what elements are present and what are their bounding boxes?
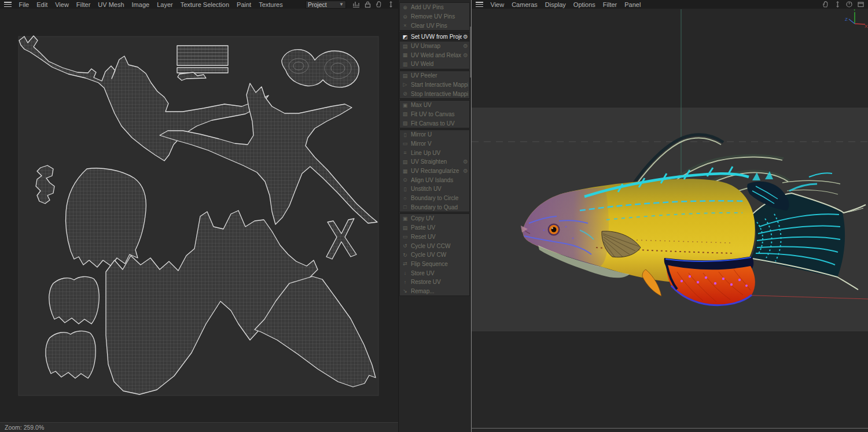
menu-item-label: UV Weld [411, 61, 468, 67]
menu-item-uv-weld-and-relax[interactable]: ▦UV Weld and Relax⚙ [400, 50, 469, 60]
weld-icon: ▥ [402, 61, 409, 67]
uv-island-fan-2 [46, 331, 95, 378]
menu-item-remove-uv-pins[interactable]: ⊖Remove UV Pins [400, 12, 469, 21]
menu-cameras[interactable]: Cameras [508, 1, 542, 8]
pan-hand-icon[interactable] [822, 1, 830, 8]
menu-item-label: Clear UV Pins [411, 23, 468, 29]
gear-icon[interactable]: ⚙ [463, 158, 468, 165]
bodypaint-uv-edit-app: FileEditViewFilterUV MeshImageLayerTextu… [0, 0, 868, 432]
viewport-3d[interactable]: Y X Z [472, 9, 868, 428]
menu-item-label: Unstitch UV [411, 186, 468, 192]
histogram-icon[interactable] [352, 1, 360, 8]
menu-item-label: Boundary to Quad [411, 204, 468, 211]
straighten-icon: ▤ [402, 159, 409, 165]
cycle-ccw-icon: ↺ [402, 243, 409, 249]
statusbar: Zoom: 259.0% [0, 422, 398, 432]
menu-item-mirror-v[interactable]: ▭Mirror V [400, 139, 469, 149]
menu-edit[interactable]: Edit [33, 1, 52, 8]
menu-item-uv-unwrap[interactable]: ▤UV Unwrap⚙ [400, 42, 469, 51]
project-dropdown[interactable]: Project ▼ [306, 1, 346, 9]
uv-editor-menubar: FileEditViewFilterUV MeshImageLayerTextu… [0, 0, 398, 9]
gear-icon[interactable]: ⚙ [463, 43, 468, 49]
rotate-view-icon[interactable] [845, 1, 853, 8]
menu-filter[interactable]: Filter [599, 1, 620, 8]
remap-icon: ↘ [402, 288, 409, 294]
menu-item-align-uv-islands[interactable]: ⊙Align UV Islands [400, 175, 469, 184]
menu-item-paste-uv[interactable]: ▤Paste UV [400, 223, 469, 232]
menu-item-remap[interactable]: ↘Remap... [400, 287, 469, 296]
flip-sequence-icon: ⇄ [402, 261, 409, 267]
menu-item-fit-canvas-to-uv[interactable]: ▨Fit Canvas to UV [400, 119, 469, 128]
menu-item-line-up-uv[interactable]: ≡Line Up UV [400, 148, 469, 157]
command-group: ⊕Add UV Pins⊖Remove UV Pins×Clear UV Pin… [399, 2, 470, 31]
menu-item-uv-peeler[interactable]: ▤UV Peeler [400, 71, 469, 80]
command-group: ◩Set UVW from Projection⚙▤UV Unwrap⚙▦UV … [399, 32, 470, 69]
menu-paint[interactable]: Paint [233, 1, 255, 8]
menu-view[interactable]: View [52, 1, 73, 8]
menu-layer[interactable]: Layer [153, 1, 177, 8]
menu-item-unstitch-uv[interactable]: ▯Unstitch UV [400, 184, 469, 194]
maximize-icon[interactable] [857, 1, 865, 8]
menu-image[interactable]: Image [128, 1, 153, 8]
menu-item-uv-weld[interactable]: ▥UV Weld [400, 60, 469, 69]
menu-item-start-interactive-mapping[interactable]: ▷Start Interactive Mapping [400, 80, 469, 90]
menu-item-clear-uv-pins[interactable]: ×Clear UV Pins [400, 21, 469, 30]
menu-item-set-uvw-from-projection[interactable]: ◩Set UVW from Projection⚙ [400, 32, 469, 42]
move-vertical-icon[interactable] [834, 1, 841, 8]
menu-item-fit-uv-to-canvas[interactable]: ▧Fit UV to Canvas [400, 110, 469, 119]
viewport-bottom-border [471, 428, 868, 429]
menu-item-add-uv-pins[interactable]: ⊕Add UV Pins [400, 3, 469, 12]
menu-textures[interactable]: Textures [255, 1, 287, 8]
viewport-3d-pane: ViewCamerasDisplayOptionsFilterPanel [471, 0, 868, 432]
menu-item-boundary-to-quad[interactable]: □Boundary to Quad [400, 202, 469, 212]
stop-icon: ⊘ [402, 91, 409, 97]
fit-uv-canvas-icon: ▧ [402, 111, 409, 117]
menu-item-label: Fit UV to Canvas [411, 111, 468, 117]
gear-icon[interactable]: ⚙ [463, 52, 468, 58]
hamburger-menu-icon[interactable] [4, 2, 12, 7]
menu-item-label: UV Weld and Relax [411, 52, 462, 58]
menu-file[interactable]: File [15, 1, 33, 8]
menu-item-uv-straighten[interactable]: ▤UV Straighten⚙ [400, 157, 469, 167]
gear-icon[interactable]: ⚙ [463, 34, 468, 40]
chevron-down-icon: ▼ [339, 2, 344, 7]
menu-view[interactable]: View [487, 1, 508, 8]
menu-item-restore-uv[interactable]: ↑Restore UV [400, 278, 469, 287]
menu-uv-mesh[interactable]: UV Mesh [94, 1, 128, 8]
lock-icon[interactable] [364, 1, 372, 8]
menu-item-cycle-uv-ccw[interactable]: ↺Cycle UV CCW [400, 241, 469, 250]
max-uv-icon: ▣ [402, 102, 409, 108]
menu-item-reset-uv[interactable]: ▭Reset UV [400, 232, 469, 242]
menu-texture-selection[interactable]: Texture Selection [176, 1, 233, 8]
menu-item-label: Set UVW from Projection [411, 34, 462, 40]
menu-item-mirror-u[interactable]: ▯Mirror U [400, 130, 469, 139]
menu-item-label: Remove UV Pins [411, 13, 468, 20]
menu-item-cycle-uv-cw[interactable]: ↻Cycle UV CW [400, 250, 469, 260]
menu-item-max-uv[interactable]: ▣Max UV [400, 101, 469, 110]
menu-item-copy-uv[interactable]: ▣Copy UV [400, 214, 469, 223]
menu-item-label: Align UV Islands [411, 177, 468, 183]
unwrap-icon: ▤ [402, 43, 409, 49]
hamburger-menu-icon[interactable] [476, 2, 483, 7]
menu-item-flip-sequence[interactable]: ⇄Flip Sequence [400, 260, 469, 269]
menu-options[interactable]: Options [569, 1, 599, 8]
uv-canvas[interactable] [0, 9, 398, 422]
menu-item-uv-rectangularize[interactable]: ▦UV Rectangularize⚙ [400, 167, 469, 176]
menu-item-label: Add UV Pins [411, 4, 468, 10]
menu-item-label: Start Interactive Mapping [411, 82, 468, 88]
menu-item-store-uv[interactable]: ↓Store UV [400, 268, 469, 278]
uv-island-strip-rect-lower [177, 68, 228, 73]
pan-hand-icon[interactable] [376, 1, 383, 8]
gear-icon[interactable]: ⚙ [463, 168, 468, 174]
axis-z-label: Z [845, 17, 848, 22]
menu-item-boundary-to-circle[interactable]: ○Boundary to Circle [400, 194, 469, 203]
uv-island-strip-rect [177, 46, 228, 65]
pane-divider[interactable] [471, 0, 472, 432]
move-vertical-icon[interactable] [387, 1, 395, 8]
menu-item-stop-interactive-mapping[interactable]: ⊘Stop Interactive Mapping [400, 89, 469, 98]
uv-command-groups: ⊕Add UV Pins⊖Remove UV Pins×Clear UV Pin… [399, 2, 470, 297]
pin-remove-icon: ⊖ [402, 14, 409, 20]
menu-filter[interactable]: Filter [72, 1, 94, 8]
menu-panel[interactable]: Panel [621, 1, 645, 8]
menu-display[interactable]: Display [541, 1, 569, 8]
